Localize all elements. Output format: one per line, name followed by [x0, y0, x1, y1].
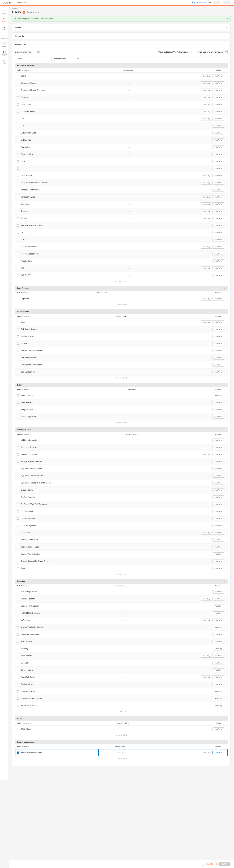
group-header[interactable]: Products & Services⌄	[15, 63, 228, 68]
sysadmin-toggle[interactable]	[35, 51, 40, 53]
read-write-button[interactable]: Read/Write	[212, 633, 224, 636]
search-input[interactable]	[15, 57, 50, 61]
row-checkbox[interactable]	[17, 196, 19, 198]
read-only-button[interactable]: Read Only	[201, 297, 212, 301]
read-write-button[interactable]: Read/Write	[212, 590, 224, 593]
sidebar-item-monitoring[interactable]: 〰Monitoring	[0, 32, 8, 41]
row-checkbox[interactable]	[17, 132, 19, 134]
read-write-button[interactable]: Read/Write	[212, 103, 224, 106]
sidebar-item-services[interactable]: ≡Services	[0, 24, 8, 32]
row-checkbox[interactable]	[17, 553, 19, 555]
read-write-button[interactable]: Read/Write	[212, 538, 224, 541]
read-only-button[interactable]: Read Only	[213, 394, 224, 397]
row-checkbox[interactable]	[17, 539, 19, 541]
read-write-button[interactable]: Read/Write	[212, 363, 224, 367]
read-write-button[interactable]: Read/Write	[212, 259, 224, 263]
row-checkbox[interactable]	[17, 439, 19, 441]
row-checkbox[interactable]	[17, 203, 19, 205]
read-write-button[interactable]: Read/Write	[212, 356, 224, 360]
read-write-button[interactable]: Read/Write	[212, 131, 224, 135]
read-write-button[interactable]: Read/Write	[212, 401, 224, 404]
row-checkbox[interactable]	[17, 676, 19, 678]
read-write-button[interactable]: Read/Write	[212, 488, 224, 492]
read-write-button[interactable]: Read/Write	[212, 138, 224, 142]
row-checkbox[interactable]	[17, 103, 19, 105]
col-role[interactable]: Role/Permission ⌄	[15, 314, 99, 319]
clone-select[interactable]: Select User to Clone Permissions	[195, 50, 228, 54]
row-checkbox[interactable]	[17, 189, 19, 191]
row-checkbox[interactable]	[17, 409, 19, 411]
read-only-button[interactable]: Read Only	[201, 174, 212, 178]
read-only-button[interactable]: Read Only	[201, 267, 212, 270]
group-header[interactable]: Billing⌄	[15, 383, 228, 387]
col-level[interactable]: Access Level ⌄	[99, 584, 144, 588]
row-checkbox[interactable]	[17, 482, 19, 484]
read-write-button[interactable]: Read/Write	[212, 188, 224, 192]
read-only-button[interactable]: Read Only	[201, 195, 212, 199]
group-header[interactable]: Ordering & Misc⌄	[15, 427, 228, 432]
read-write-button[interactable]: Read/Write	[212, 481, 224, 485]
read-only-button[interactable]: Read Only	[213, 612, 224, 615]
row-checkbox[interactable]	[17, 210, 19, 212]
read-write-button[interactable]: Read/Write	[212, 567, 224, 570]
read-write-button[interactable]: Read/Write	[212, 297, 224, 301]
read-only-button[interactable]: Read Only	[213, 552, 224, 556]
read-write-button[interactable]: Read/Write	[212, 415, 224, 418]
read-write-button[interactable]: Read/Write	[212, 146, 224, 149]
read-only-button[interactable]: Read Only	[201, 74, 212, 78]
row-checkbox[interactable]	[17, 475, 19, 477]
row-checkbox[interactable]	[17, 496, 19, 498]
group-header[interactable]: Administration⌄	[15, 309, 228, 314]
row-checkbox[interactable]	[17, 274, 19, 276]
read-only-button[interactable]: Read Only	[201, 110, 212, 113]
read-write-button[interactable]: Read/Write	[212, 335, 224, 338]
read-write-button[interactable]: Read/Write	[212, 203, 224, 206]
read-write-button[interactable]: Read/Write	[212, 167, 224, 170]
permission-filter[interactable]: All Permissions	[52, 57, 79, 61]
read-write-button[interactable]: Read/Write	[212, 510, 224, 513]
read-only-button[interactable]: Read Only	[201, 597, 212, 601]
read-write-button[interactable]: Read/Write	[212, 524, 224, 527]
read-write-button[interactable]: Read/Write	[212, 640, 224, 643]
read-write-button[interactable]: Read/Write	[212, 245, 224, 249]
row-checkbox[interactable]	[17, 231, 19, 234]
col-role[interactable]: Role/Permission ⌄	[15, 432, 111, 437]
user-menu[interactable]: ----------	[223, 1, 231, 4]
row-checkbox[interactable]	[17, 525, 19, 527]
read-write-button[interactable]: Read/Write	[212, 751, 224, 754]
row-checkbox[interactable]	[17, 468, 19, 470]
read-write-button[interactable]: Read/Write	[212, 531, 224, 534]
row-checkbox[interactable]	[17, 350, 19, 352]
sidebar-item-admin[interactable]: ⚙Admin	[0, 16, 8, 24]
read-write-button[interactable]: Read/Write	[212, 195, 224, 199]
read-only-button[interactable]: Read Only	[201, 245, 212, 249]
read-write-button[interactable]: Read/Write	[212, 181, 224, 185]
read-write-button[interactable]: Read/Write	[212, 467, 224, 470]
read-write-button[interactable]: Read/Write	[212, 342, 224, 345]
row-checkbox[interactable]	[17, 402, 19, 404]
ent-value[interactable]: --------	[213, 1, 221, 4]
col-level[interactable]: Access Level ⌄	[90, 721, 156, 726]
row-checkbox[interactable]	[17, 503, 19, 505]
read-only-button[interactable]: Read Only	[213, 690, 224, 693]
row-checkbox[interactable]	[17, 224, 19, 226]
read-only-button[interactable]: Read Only	[201, 751, 212, 754]
read-write-button[interactable]: Read/Write	[212, 619, 224, 622]
row-checkbox[interactable]	[17, 182, 19, 184]
read-write-button[interactable]: Read/Write	[212, 231, 224, 235]
read-write-button[interactable]: Read/Write	[212, 559, 224, 563]
row-checkbox[interactable]	[17, 546, 19, 548]
row-checkbox[interactable]	[17, 690, 19, 692]
row-checkbox[interactable]	[17, 125, 19, 127]
row-checkbox[interactable]	[17, 146, 19, 148]
row-checkbox[interactable]	[17, 395, 19, 397]
read-only-button[interactable]: Read Only	[201, 181, 212, 185]
row-checkbox[interactable]	[17, 751, 19, 753]
row-checkbox[interactable]	[17, 217, 19, 219]
help-link[interactable]: Help	[192, 2, 195, 4]
read-write-button[interactable]: Read/Write	[212, 545, 224, 549]
row-checkbox[interactable]	[17, 619, 19, 621]
read-only-button[interactable]: Read Only	[201, 320, 212, 324]
read-only-button[interactable]: Read Only	[201, 82, 212, 85]
read-write-button[interactable]: Read/Write	[212, 74, 224, 78]
